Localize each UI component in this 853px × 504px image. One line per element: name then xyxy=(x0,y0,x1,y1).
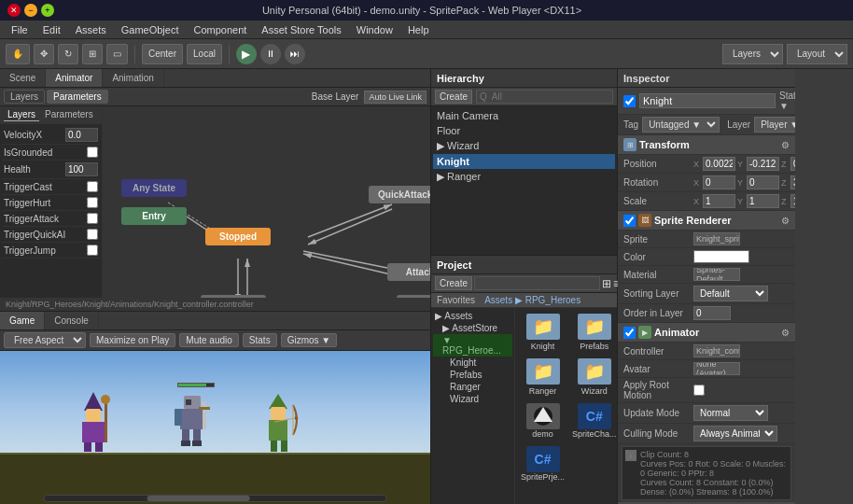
sprite-renderer-checkbox[interactable] xyxy=(623,215,636,227)
game-scrollbar[interactable] xyxy=(43,495,387,502)
aspect-dropdown[interactable]: Free Aspect xyxy=(4,332,86,348)
state-attack[interactable]: Attack xyxy=(387,263,430,281)
menu-gameobject[interactable]: GameObject xyxy=(114,22,187,37)
param-check-triggerattack[interactable] xyxy=(87,213,98,224)
project-search-input[interactable] xyxy=(474,276,600,290)
position-x-input[interactable] xyxy=(703,157,735,171)
state-jump[interactable]: Jump xyxy=(397,295,430,298)
param-check-triggerjump[interactable] xyxy=(87,245,98,256)
file-ranger-folder[interactable]: 📁 Ranger xyxy=(519,357,566,398)
tree-assets[interactable]: ▶ Assets xyxy=(433,310,512,322)
order-input[interactable] xyxy=(693,306,731,320)
scale-x-input[interactable] xyxy=(703,194,735,208)
scale-y-input[interactable] xyxy=(747,194,779,208)
scale-z-input[interactable] xyxy=(790,194,795,208)
hierarchy-item-knight[interactable]: Knight xyxy=(433,154,615,169)
tree-rpgheroes[interactable]: ▼ RPG_Heroe... xyxy=(433,334,512,357)
project-options-button[interactable]: ⊞ xyxy=(602,277,611,290)
sprite-value[interactable]: Knight_spritesh xyxy=(693,232,740,245)
state-quickattack[interactable]: QuickAttack xyxy=(369,186,430,203)
file-prefabs-folder[interactable]: 📁 Prefabs xyxy=(570,312,617,353)
maximize-button[interactable]: + xyxy=(41,4,54,17)
close-button[interactable]: ✕ xyxy=(7,4,21,17)
scale-tool[interactable]: ⊞ xyxy=(82,44,103,64)
play-button[interactable]: ▶ xyxy=(236,44,257,64)
layout-dropdown[interactable]: Layout xyxy=(787,44,847,64)
state-walk[interactable]: Walk xyxy=(201,295,266,298)
tree-ranger[interactable]: Ranger xyxy=(433,381,512,393)
param-check-triggerhurt[interactable] xyxy=(87,197,98,208)
minimize-button[interactable]: − xyxy=(24,4,37,17)
sprite-renderer-header[interactable]: 🖼 Sprite Renderer ⚙ xyxy=(618,211,795,231)
menu-assets[interactable]: Assets xyxy=(68,22,114,37)
animator-component-header[interactable]: ▶ Animator ⚙ xyxy=(618,323,795,343)
file-wizard-folder[interactable]: 📁 Wizard xyxy=(570,357,617,398)
avatar-value[interactable]: None (Avatar) xyxy=(693,362,740,375)
rect-tool[interactable]: ▭ xyxy=(106,44,128,64)
color-picker[interactable] xyxy=(693,250,749,263)
tree-knight[interactable]: Knight xyxy=(433,357,512,369)
gizmos-button[interactable]: Gizmos ▼ xyxy=(281,333,338,347)
transform-settings[interactable]: ⚙ xyxy=(781,140,790,150)
controller-value[interactable]: Knight_controll... xyxy=(693,344,740,357)
pause-button[interactable]: ⏸ xyxy=(260,44,281,64)
animator-checkbox[interactable] xyxy=(623,327,636,339)
tab-game[interactable]: Game xyxy=(0,312,45,329)
menu-window[interactable]: Window xyxy=(349,22,400,37)
apply-root-checkbox[interactable] xyxy=(693,385,705,396)
mute-button[interactable]: Mute audio xyxy=(179,333,238,347)
project-create-button[interactable]: Create xyxy=(435,276,472,290)
step-button[interactable]: ⏭ xyxy=(285,44,305,64)
auto-live-link-button[interactable]: Auto Live Link xyxy=(364,91,426,104)
menu-help[interactable]: Help xyxy=(400,22,437,37)
window-controls[interactable]: ✕ − + xyxy=(7,4,54,17)
layer-dropdown[interactable]: Player ▼ xyxy=(754,117,795,133)
param-input-health[interactable] xyxy=(65,162,98,176)
move-tool[interactable]: ✥ xyxy=(34,44,54,64)
culling-mode-dropdown[interactable]: Always Animate xyxy=(693,426,777,441)
file-spritechar[interactable]: C# SpriteCha... xyxy=(570,401,617,441)
file-demo[interactable]: demo xyxy=(519,401,566,441)
menu-component[interactable]: Component xyxy=(186,22,254,37)
hierarchy-item-wizard[interactable]: ▶ Wizard xyxy=(433,138,615,154)
tree-assetstore[interactable]: ▶ AssetStore xyxy=(433,322,512,334)
file-spriteprje[interactable]: C# SpritePrje... xyxy=(519,444,566,483)
param-check-isgrounded[interactable] xyxy=(87,147,98,158)
hierarchy-item-ranger[interactable]: ▶ Ranger xyxy=(433,169,615,185)
hierarchy-search-input[interactable] xyxy=(476,90,613,104)
hand-tool[interactable]: ✋ xyxy=(6,44,30,64)
menu-file[interactable]: File xyxy=(4,22,35,37)
position-y-input[interactable] xyxy=(747,157,779,171)
state-stopped[interactable]: Stopped xyxy=(205,228,271,245)
menu-assetstore[interactable]: Asset Store Tools xyxy=(254,22,348,37)
center-button[interactable]: Center xyxy=(142,44,183,64)
rotation-z-input[interactable] xyxy=(790,175,795,189)
tree-wizard[interactable]: Wizard xyxy=(433,393,512,405)
params-param-tab[interactable]: Parameters xyxy=(41,108,97,121)
hierarchy-item-floor[interactable]: Floor xyxy=(433,123,615,138)
menu-edit[interactable]: Edit xyxy=(35,22,68,37)
sorting-layer-dropdown[interactable]: Default xyxy=(693,286,768,301)
animator-graph[interactable]: Any State Entry Stopped QuickAttack Atta… xyxy=(103,106,430,298)
hierarchy-item-camera[interactable]: Main Camera xyxy=(433,108,615,123)
state-entry[interactable]: Entry xyxy=(121,207,187,225)
material-value[interactable]: Sprites-Default xyxy=(693,268,740,281)
tab-scene[interactable]: Scene xyxy=(0,69,46,87)
sprite-renderer-settings[interactable]: ⚙ xyxy=(781,216,790,226)
tab-console[interactable]: Console xyxy=(45,312,99,329)
update-mode-dropdown[interactable]: Normal xyxy=(693,405,768,421)
favorites-label[interactable]: Favorites xyxy=(437,295,475,305)
object-active-checkbox[interactable] xyxy=(623,95,636,107)
tag-dropdown[interactable]: Untagged ▼ xyxy=(642,117,720,133)
param-check-triggerquickai[interactable] xyxy=(87,229,98,240)
tree-prefabs[interactable]: Prefabs xyxy=(433,369,512,381)
transform-header[interactable]: ⊞ Transform ⚙ xyxy=(618,135,795,155)
rotation-y-input[interactable] xyxy=(747,175,779,189)
rotate-tool[interactable]: ↻ xyxy=(58,44,78,64)
tab-animator[interactable]: Animator xyxy=(46,69,103,87)
layers-param-tab[interactable]: Layers xyxy=(4,108,39,121)
layers-dropdown[interactable]: Layers xyxy=(722,44,783,64)
file-knight-folder[interactable]: 📁 Knight xyxy=(519,312,566,353)
animator-settings[interactable]: ⚙ xyxy=(781,328,790,338)
param-check-triggercast[interactable] xyxy=(87,181,98,192)
